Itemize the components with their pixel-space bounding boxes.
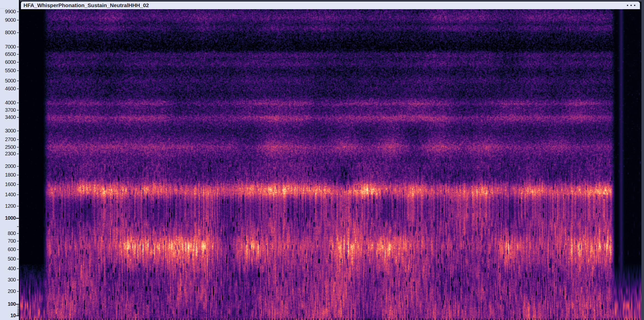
pane-title-bar[interactable]: HFA_WhisperPhonation_Sustain_NeutralHHH_… (20, 1, 640, 9)
frequency-tick-mark (16, 218, 19, 219)
frequency-tick-mark (17, 291, 19, 292)
ellipsis-icon (634, 5, 635, 6)
ellipsis-icon (627, 5, 628, 6)
frequency-tick-mark (17, 233, 19, 234)
frequency-tick-mark (16, 315, 19, 316)
frequency-tick-label: 7000 (5, 44, 16, 50)
frequency-tick-mark (17, 110, 19, 110)
frequency-tick-mark (17, 70, 19, 71)
frequency-tick-label: 3700 (5, 107, 16, 113)
frequency-tick-label: 2700 (5, 137, 16, 142)
frequency-tick-mark (17, 175, 19, 175)
frequency-tick-label: 1600 (5, 181, 16, 187)
frequency-tick-label: 400 (8, 266, 16, 272)
frequency-tick-mark (17, 103, 19, 103)
frequency-tick-mark (17, 81, 19, 81)
frequency-tick-mark (17, 47, 19, 47)
frequency-tick-mark (17, 131, 19, 131)
frequency-tick-label: 1800 (5, 172, 16, 178)
frequency-tick-label: 100 (8, 301, 16, 307)
frequency-minor-tick (17, 314, 19, 314)
spectrogram-canvas[interactable] (20, 2, 641, 320)
frequency-tick-label: 1400 (5, 192, 16, 198)
frequency-tick-label: 800 (8, 230, 16, 236)
frequency-tick-label: 5500 (5, 68, 16, 73)
frequency-tick-mark (17, 89, 19, 89)
frequency-tick-mark (17, 166, 19, 167)
frequency-tick-mark (17, 117, 19, 118)
frequency-tick-mark (17, 184, 19, 185)
frequency-minor-tick (17, 309, 19, 309)
frequency-tick-mark (17, 54, 19, 55)
frequency-tick-label: 6500 (5, 51, 16, 57)
frequency-minor-tick (17, 311, 19, 312)
ellipsis-icon (630, 5, 632, 6)
app-window: 9900900080007000650060005500500046004000… (0, 0, 644, 320)
frequency-tick-mark (17, 268, 19, 269)
frequency-tick-mark (17, 32, 19, 33)
frequency-tick-label: 700 (8, 238, 16, 244)
frequency-tick-label: 2300 (5, 151, 16, 157)
frequency-tick-label: 6000 (5, 59, 16, 65)
frequency-tick-label: 9900 (5, 9, 16, 15)
frequency-tick-mark (17, 147, 19, 147)
frequency-tick-label: 2000 (5, 163, 16, 169)
pane-title: HFA_WhisperPhonation_Sustain_NeutralHHH_… (23, 2, 149, 8)
frequency-tick-label: 300 (8, 277, 16, 283)
frequency-tick-label: 1200 (5, 203, 16, 209)
frequency-minor-tick (17, 306, 19, 306)
frequency-tick-mark (17, 226, 19, 227)
frequency-tick-mark (16, 304, 19, 305)
frequency-tick-label: 5000 (5, 78, 16, 84)
frequency-tick-label: 2500 (5, 144, 16, 150)
frequency-tick-label: 600 (8, 247, 16, 252)
frequency-axis: 9900900080007000650060005500500046004000… (0, 0, 20, 320)
frequency-minor-tick (17, 315, 19, 315)
frequency-tick-label: 10 (10, 313, 16, 318)
frequency-tick-mark (17, 194, 19, 195)
frequency-tick-mark (17, 139, 19, 140)
frequency-tick-mark (17, 259, 19, 259)
frequency-tick-label: 500 (8, 256, 16, 262)
frequency-minor-tick (17, 313, 19, 313)
frequency-minor-tick (17, 310, 19, 311)
frequency-tick-label: 3400 (5, 114, 16, 120)
frequency-minor-tick (17, 307, 19, 308)
frequency-tick-mark (17, 206, 19, 206)
frequency-tick-mark (17, 62, 19, 63)
frequency-tick-label: 4600 (5, 86, 16, 92)
frequency-tick-mark (17, 241, 19, 241)
frequency-tick-mark (17, 20, 19, 20)
frequency-tick-label: 4000 (5, 100, 16, 106)
frequency-tick-mark (17, 11, 19, 12)
frequency-tick-mark (17, 249, 19, 250)
frequency-tick-label: 200 (8, 288, 16, 294)
frequency-tick-label: 8000 (5, 30, 16, 35)
overflow-menu-button[interactable] (627, 5, 635, 6)
frequency-tick-label: 9000 (5, 17, 16, 23)
frequency-tick-mark (17, 280, 19, 280)
frequency-tick-mark (17, 154, 19, 154)
frequency-tick-label: 3000 (5, 128, 16, 134)
frequency-tick-label: 1000 (5, 215, 16, 221)
